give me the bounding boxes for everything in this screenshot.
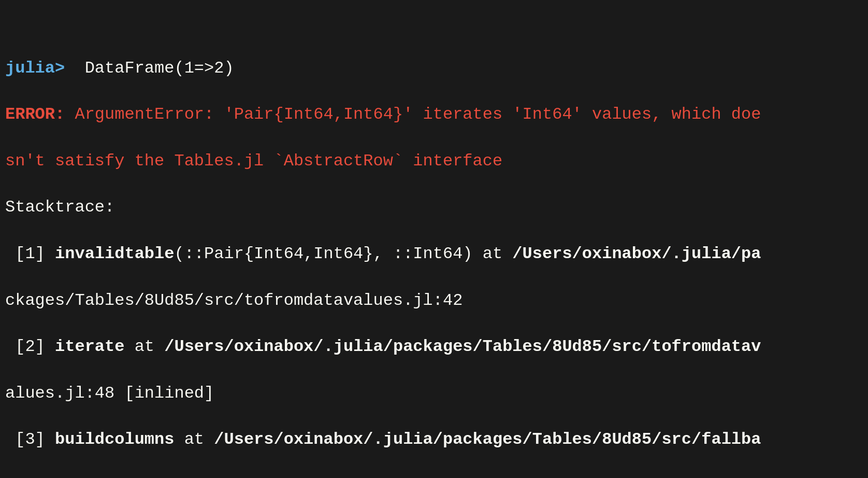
frame-1-at: at — [473, 244, 513, 263]
frame-2-path: /Users/oxinabox/.julia/packages/Tables/8… — [164, 337, 761, 356]
stack-frame-1-line2: ckages/Tables/8Ud85/src/tofromdatavalues… — [5, 289, 863, 313]
julia-prompt: julia> — [5, 59, 65, 78]
frame-3-at: at — [174, 430, 214, 449]
frame-3-path: /Users/oxinabox/.julia/packages/Tables/8… — [214, 430, 761, 449]
command-line: julia> DataFrame(1=>2) — [5, 57, 863, 80]
frame-2-number: [2] — [5, 337, 45, 356]
stack-frame-1-line1: [1] invalidtable(::Pair{Int64,Int64}, ::… — [5, 243, 863, 266]
stack-frame-2-line2: alues.jl:48 [inlined] — [5, 382, 863, 405]
frame-1-path-cont: ckages/Tables/8Ud85/src/tofromdatavalues… — [5, 291, 462, 310]
error-line-2: sn't satisfy the Tables.jl `AbstractRow`… — [5, 150, 863, 173]
error-line-1: ERROR: ArgumentError: 'Pair{Int64,Int64}… — [5, 103, 863, 126]
command-text: DataFrame(1=>2) — [75, 59, 234, 78]
frame-3-number: [3] — [5, 430, 45, 449]
error-message-1: ArgumentError: 'Pair{Int64,Int64}' itera… — [65, 105, 761, 124]
frame-3-func: buildcolumns — [45, 430, 175, 449]
terminal-output: julia> DataFrame(1=>2) ERROR: ArgumentEr… — [0, 0, 868, 478]
stack-frame-3-line2: cks.jl:199 [inlined] — [5, 475, 863, 478]
frame-1-path: /Users/oxinabox/.julia/pa — [512, 244, 761, 263]
frame-2-at: at — [124, 337, 164, 356]
frame-2-func: iterate — [45, 337, 125, 356]
frame-2-path-cont: alues.jl:48 [inlined] — [5, 384, 214, 403]
stack-frame-2-line1: [2] iterate at /Users/oxinabox/.julia/pa… — [5, 335, 863, 359]
error-label: ERROR: — [5, 105, 65, 124]
stacktrace-label: Stacktrace: — [5, 198, 114, 217]
frame-1-number: [1] — [5, 244, 45, 263]
prompt-arrow — [65, 59, 75, 78]
frame-1-args: (::Pair{Int64,Int64}, ::Int64) — [174, 244, 472, 263]
error-message-2: sn't satisfy the Tables.jl `AbstractRow`… — [5, 151, 502, 171]
stacktrace-header: Stacktrace: — [5, 196, 863, 219]
frame-1-func: invalidtable — [45, 244, 175, 263]
stack-frame-3-line1: [3] buildcolumns at /Users/oxinabox/.jul… — [5, 428, 863, 452]
